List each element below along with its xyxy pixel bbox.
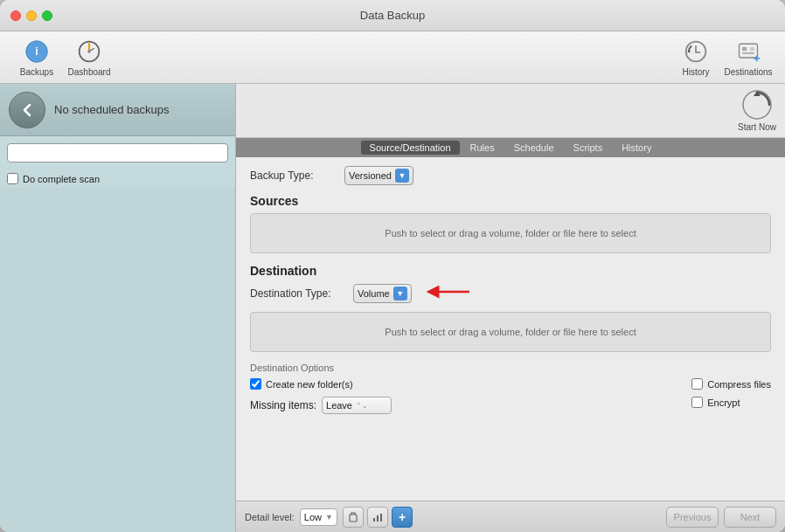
- dashboard-toolbar-button[interactable]: Dashboard: [63, 38, 115, 77]
- dashboard-label: Dashboard: [68, 67, 111, 77]
- tab-scripts[interactable]: Scripts: [565, 141, 612, 155]
- history-label: History: [682, 67, 709, 77]
- plus-icon: +: [399, 511, 406, 523]
- compress-files-label: Compress files: [707, 379, 771, 390]
- history-toolbar-button[interactable]: History: [670, 38, 722, 77]
- next-button[interactable]: Next: [724, 507, 776, 528]
- svg-rect-18: [373, 518, 375, 522]
- svg-rect-9: [750, 47, 754, 51]
- destinations-icon: [734, 38, 762, 66]
- complete-scan-row: Do complete scan: [0, 169, 235, 188]
- destinations-label: Destinations: [724, 67, 772, 77]
- encrypt-row: Encrypt: [691, 397, 740, 408]
- window-title: Data Backup: [360, 9, 425, 22]
- backup-type-row: Backup Type: Versioned ▼: [250, 166, 771, 185]
- complete-scan-label: Do complete scan: [23, 174, 100, 184]
- compress-files-checkbox[interactable]: [691, 378, 703, 390]
- create-folders-label: Create new folder(s): [266, 379, 353, 390]
- add-icon-button[interactable]: +: [392, 507, 413, 528]
- content-area: No scheduled backups Do complete scan: [0, 84, 785, 532]
- complete-scan-checkbox[interactable]: [7, 173, 18, 184]
- backups-toolbar-button[interactable]: i Backups: [10, 38, 63, 77]
- minimize-button[interactable]: [26, 10, 37, 21]
- encrypt-label: Encrypt: [707, 397, 740, 408]
- create-folders-checkbox[interactable]: [250, 378, 261, 390]
- maximize-button[interactable]: [42, 10, 52, 21]
- encrypt-checkbox[interactable]: [691, 397, 703, 408]
- detail-level-label: Detail level:: [245, 512, 295, 522]
- destination-options-label: Destination Options: [250, 363, 771, 373]
- svg-rect-6: [740, 44, 758, 58]
- sidebar: No scheduled backups Do complete scan: [0, 84, 236, 532]
- sources-drop-zone[interactable]: Push to select or drag a volume, folder …: [250, 213, 771, 253]
- start-now-button[interactable]: Start Now: [738, 89, 776, 132]
- detail-level-select[interactable]: Low ▼: [300, 508, 337, 526]
- back-arrow-button[interactable]: [9, 92, 45, 128]
- svg-rect-8: [742, 52, 754, 54]
- backup-type-select[interactable]: Versioned ▼: [344, 166, 413, 185]
- tab-source-destination[interactable]: Source/Destination: [361, 141, 460, 155]
- destination-drop-zone[interactable]: Push to select or drag a volume, folder …: [250, 312, 771, 352]
- traffic-lights: [10, 10, 52, 21]
- missing-items-select[interactable]: Leave ⌃⌄: [322, 397, 392, 414]
- sources-drop-text: Push to select or drag a volume, folder …: [385, 228, 636, 238]
- history-icon: [682, 38, 710, 66]
- svg-rect-7: [742, 47, 747, 51]
- backup-config-panel: Backup Type: Versioned ▼ Sources Push to…: [236, 157, 785, 501]
- bottom-bar: Detail level: Low ▼: [236, 501, 785, 532]
- destination-title: Destination: [250, 264, 771, 278]
- destination-type-arrow: ▼: [393, 287, 407, 301]
- destination-type-select[interactable]: Volume ▼: [353, 284, 412, 303]
- close-button[interactable]: [10, 10, 21, 21]
- destination-drop-text: Push to select or drag a volume, folder …: [385, 327, 636, 337]
- tabs-bar: Source/Destination Rules Schedule Script…: [236, 138, 785, 157]
- sidebar-list: [0, 188, 235, 532]
- main-content: Start Now Source/Destination Rules Sched…: [236, 84, 785, 532]
- main-toolbar: i Backups Dashboard: [0, 31, 785, 84]
- svg-rect-20: [380, 514, 382, 522]
- dashboard-icon: [75, 38, 103, 66]
- options-right: Compress files Encrypt: [691, 378, 771, 411]
- missing-items-value: Leave: [326, 400, 352, 411]
- compress-files-row: Compress files: [691, 378, 771, 390]
- sources-title: Sources: [250, 194, 771, 208]
- create-folders-row: Create new folder(s): [250, 378, 392, 390]
- tab-history[interactable]: History: [613, 141, 660, 155]
- destination-type-value: Volume: [358, 288, 390, 299]
- missing-items-row: Missing items: Leave ⌃⌄: [250, 397, 392, 414]
- chart-icon-button[interactable]: [367, 507, 388, 528]
- svg-rect-19: [377, 515, 379, 522]
- no-backups-text: No scheduled backups: [54, 103, 170, 116]
- red-arrow-annotation: [426, 283, 469, 303]
- tab-rules[interactable]: Rules: [462, 141, 504, 155]
- titlebar: Data Backup: [0, 0, 785, 31]
- destinations-toolbar-button[interactable]: Destinations: [722, 38, 775, 77]
- missing-items-arrow: ⌃⌄: [356, 402, 368, 410]
- destination-options-grid: Create new folder(s) Missing items: Leav…: [250, 378, 771, 414]
- main-top-bar: Start Now: [236, 84, 785, 138]
- previous-button[interactable]: Previous: [666, 507, 719, 528]
- backups-icon: i: [23, 38, 51, 66]
- detail-level-value: Low: [304, 512, 322, 522]
- bottom-left: Detail level: Low ▼: [245, 507, 413, 528]
- main-window: Data Backup i Backups Dashboard: [0, 0, 785, 532]
- backups-label: Backups: [20, 67, 53, 77]
- backup-type-value: Versioned: [349, 170, 392, 181]
- delete-icon-button[interactable]: [343, 507, 364, 528]
- backup-type-label: Backup Type:: [250, 169, 337, 182]
- bottom-icon-buttons: +: [343, 507, 413, 528]
- options-left: Create new folder(s) Missing items: Leav…: [250, 378, 392, 414]
- search-input[interactable]: [7, 143, 228, 162]
- start-now-icon: [741, 89, 773, 121]
- svg-point-3: [87, 50, 91, 53]
- missing-items-label: Missing items:: [250, 399, 316, 411]
- destination-type-label: Destination Type:: [250, 287, 346, 300]
- bottom-right-buttons: Previous Next: [666, 507, 776, 528]
- start-now-label: Start Now: [738, 122, 776, 132]
- backup-type-arrow: ▼: [395, 169, 409, 183]
- sidebar-search: [7, 143, 228, 162]
- tab-schedule[interactable]: Schedule: [505, 141, 563, 155]
- svg-text:i: i: [35, 45, 38, 58]
- svg-rect-14: [350, 515, 357, 522]
- sidebar-header: No scheduled backups: [0, 84, 235, 136]
